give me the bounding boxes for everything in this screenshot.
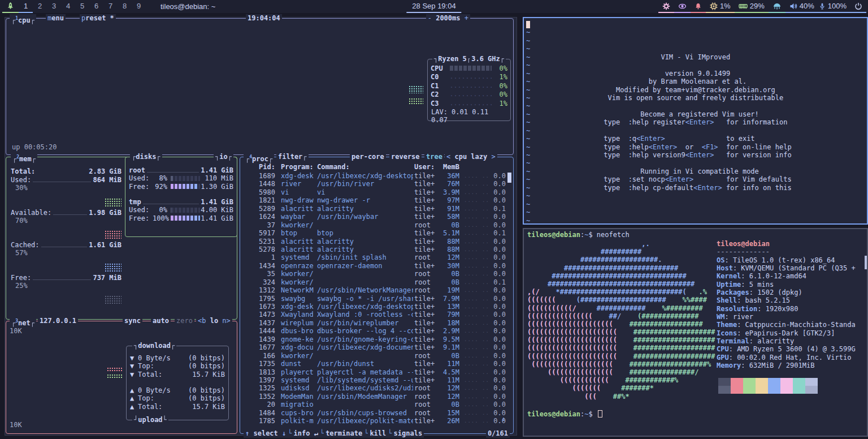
process-row[interactable]: 1312NetworkM/usr/sbin/NetworkManagerroot… [241,286,506,294]
process-row[interactable]: 1434openrazeopenrazer-daemontile+30M....… [241,262,506,270]
proc-scrollbar-thumb[interactable] [507,173,511,183]
process-row[interactable]: 324kworker/root0B.... .. ..0.1 [241,278,506,286]
proc-cell-cpu: 0.0 [489,262,506,270]
audio-module[interactable]: 40% 100% [785,0,850,13]
process-row[interactable]: 1448river/usr/bin/rivertile+76M.... .. .… [241,180,506,188]
update-interval-control[interactable]: - 2000ms + [426,14,470,23]
cpu-box-title[interactable]: ┌1cpu┌ [10,14,36,23]
workspace-button-2[interactable]: 2 [33,0,47,13]
process-row[interactable]: 1735dunst/usr/bin/dunsttile+11M.... .. .… [241,360,506,368]
proc-cell-prog: Xwayland [281,311,317,319]
terminal-scrollbar[interactable] [865,256,867,269]
download-label: ┐download┌ [132,342,176,350]
signals-button[interactable]: signals [392,429,424,437]
process-row[interactable]: 1397systemd/lib/systemd/systemd --utile+… [241,376,506,384]
process-row[interactable]: 1444dbus-brodbus-broker --log 4 --cotile… [241,327,506,335]
process-row[interactable]: 5980vivitile+3.9M.... .. ..0.0 [241,188,506,196]
process-row[interactable]: 5917btopbtoptile+5.1M.... .. ..0.1 [241,229,506,237]
process-row[interactable]: 35kworker/root0B.... .. ..0.0 [241,270,506,278]
vim-line: ~ version 9.0.1499 [526,70,866,78]
net-box-title[interactable]: ┌3net┌ [10,317,36,325]
clock[interactable]: 28 Sep 19:04 [406,0,461,13]
info-button[interactable]: info ↵ [292,429,320,437]
proc-cell-dots: .... .. .. [464,401,489,408]
proc-cell-pid: 1397 [241,376,275,384]
workspace-button-8[interactable]: 8 [118,0,132,13]
proc-cell-mem: 58M [437,213,459,221]
process-row[interactable]: 1689xdg-desk/usr/libexec/xdg-desktoptile… [241,172,506,180]
preset-button[interactable]: preset * [80,14,116,23]
mem-box-title[interactable]: ┌2mem┌ [11,153,37,161]
workspace-button-4[interactable]: 4 [61,0,75,13]
workspace-button-5[interactable]: 5 [75,0,89,13]
net-auto-button[interactable]: auto [151,317,171,325]
disk-module[interactable] [769,0,785,13]
terminate-button[interactable]: terminate [324,429,364,437]
process-row[interactable]: 1673xdg-desk/usr/libexec/xdg-desktoptile… [241,303,506,311]
per-core-button[interactable]: per-core [350,153,386,161]
process-row[interactable]: 5289alacrittalacrittytile+91M.... .. ..0… [241,205,506,213]
disks-box-title[interactable]: ┌disks┌ [130,153,162,161]
net-zero-button[interactable]: zero [175,317,194,325]
io-button[interactable]: ┐io┌ [214,153,233,161]
process-row[interactable]: 1439gnome-ke/usr/bin/gnome-keyring-dtile… [241,335,506,343]
process-row[interactable]: 5278alacrittalacrittytile+88M.... .. ..0… [241,246,506,253]
process-row[interactable]: 1437wireplum/usr/bin/wireplumbertile+18M… [241,319,506,327]
select-button[interactable]: ↑ select ↓ [244,429,288,437]
process-row[interactable]: 1677xdg-docu/usr/libexec/xdg-documentile… [241,343,506,351]
proc-cell-mem: 12M [437,393,459,401]
proc-box-title[interactable]: ┌4proc┌ [244,153,274,161]
process-row[interactable]: 1821nwg-drawnwg-drawer -rtile+97M.... ..… [241,196,506,204]
net-graph-dots [107,367,123,372]
workspace-button-6[interactable]: 6 [89,0,103,13]
process-row[interactable]: 5231alacrittalacrittytile+88M.... .. ..0… [241,238,506,246]
filter-button[interactable]: filter┌ [276,153,309,161]
process-row[interactable]: 166kworker/root0B.... .. ..0.0 [241,352,506,360]
net-sync-button[interactable]: sync [123,317,142,325]
launcher-button[interactable] [2,0,19,13]
notifications-module[interactable] [691,0,706,13]
cpu-module[interactable]: 1% [706,0,735,13]
rocket-icon [6,2,15,10]
proc-cell-cmd: dbus-broker --log 4 --co [317,327,413,335]
menu-button[interactable]: menu [46,14,66,23]
kill-button[interactable]: kill [368,429,388,437]
neofetch-separator: ------------- [717,248,856,256]
workspace-button-7[interactable]: 7 [103,0,118,13]
proc-cell-cpu: 0.0 [489,311,506,319]
power-module[interactable] [850,0,866,13]
proc-cell-cmd: vi [317,188,413,196]
vim-window[interactable]: ~~~~ VIM - Vi IMproved~~ version 9.0.149… [523,17,868,225]
process-row[interactable]: 1systemd/sbin/init splashroot12M.... .. … [241,253,506,261]
net-interface-switcher[interactable]: <b lo n> [196,317,232,325]
reverse-button[interactable]: reverse [389,153,422,161]
terminal-window[interactable]: tileos@debian:~$ neofetch ,. ########## … [523,228,868,437]
process-row[interactable]: 1624waybar/usr/bin/waybartile+58M.... ..… [241,213,506,221]
proc-cell-dots: .... .. .. [464,368,489,376]
workspace-button-9[interactable]: 9 [132,0,146,13]
proc-cell-cpu: 0.1 [489,205,506,213]
process-row[interactable]: 1785polkit-m/usr/libexec/polkit-matetile… [241,417,506,425]
process-row[interactable]: 1352ModemMan/usr/sbin/ModemManagerroot12… [241,393,506,401]
proc-cell-mem: 97M [437,196,459,204]
process-row[interactable]: 20migratioroot0B.... .. ..0.0 [241,401,506,408]
neofetch-info-row: Icons: ePapirus-Dark [GTK2/3] [717,329,856,337]
proc-cell-cmd: btop [317,229,413,237]
idle-inhibitor-module[interactable] [674,0,691,13]
proc-cell-prog: swaybg [281,295,317,303]
process-row[interactable]: 1473XwaylandXwayland :0 -rootless -ctile… [241,311,506,319]
process-row[interactable]: 1795swaybgswaybg -o * -i /usr/shartile+7… [241,295,506,303]
memory-module[interactable]: 29% [735,0,769,13]
process-row[interactable]: 1813playerctplayerctl -a metadata --tile… [241,368,506,376]
settings-module[interactable] [658,0,674,13]
proc-cell-cmd: /usr/bin/waybar [317,213,413,221]
tree-button[interactable]: tree [424,153,444,161]
proc-cell-mem: 0B [437,270,459,278]
proc-cell-dots: .... .. .. [464,335,489,343]
process-row[interactable]: 37kworker/root0B.... .. ..0.0 [241,221,506,229]
process-row[interactable]: 1484cups-bro/usr/sbin/cups-browsedroot15… [241,409,506,417]
process-row[interactable]: 1325udisksd/usr/libexec/udisks2/udiroot1… [241,384,506,392]
workspace-button-1[interactable]: 1 [19,0,33,13]
sort-selector[interactable]: < cpu lazy > [445,153,497,161]
workspace-button-3[interactable]: 3 [47,0,61,13]
